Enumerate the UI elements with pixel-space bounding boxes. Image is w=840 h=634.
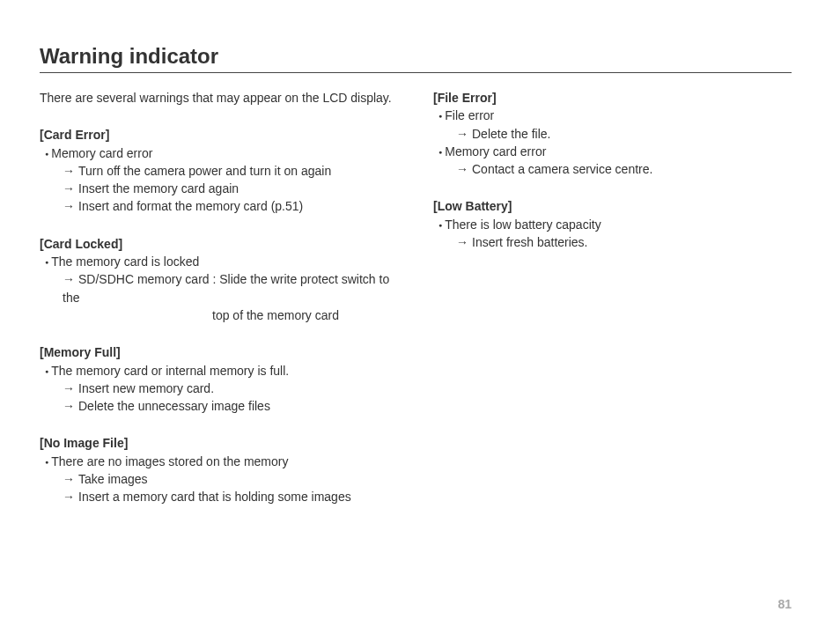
right-column: [File Error] File error Delete the file.… — [433, 89, 792, 506]
bullet-text: Memory card error — [51, 146, 152, 160]
arrow-icon — [63, 490, 78, 504]
arrow-item: Delete the unnecessary image files — [40, 397, 398, 415]
section-card-locked: [Card Locked] The memory card is locked … — [40, 235, 398, 324]
arrow-text: Take images — [78, 472, 148, 486]
arrow-icon — [63, 399, 78, 413]
bullet-text: The memory card or internal memory is fu… — [51, 364, 289, 378]
arrow-icon — [456, 235, 472, 249]
arrow-item: Insert and format the memory card (p.51) — [40, 197, 398, 215]
arrow-text: Delete the unnecessary image files — [78, 399, 270, 413]
arrow-icon — [63, 164, 78, 178]
arrow-icon — [456, 127, 472, 141]
arrow-text: Insert and format the memory card (p.51) — [78, 199, 303, 213]
bullet-item: Memory card error — [40, 144, 398, 162]
arrow-item: Insert the memory card again — [40, 180, 398, 197]
arrow-text: Contact a camera service centre. — [472, 162, 652, 176]
bullet-item: File error — [433, 107, 792, 124]
bullet-text: There is low battery capacity — [445, 217, 601, 232]
arrow-text: Turn off the camera power and turn it on… — [78, 164, 331, 178]
section-no-image-file: [No Image File] There are no images stor… — [40, 434, 398, 505]
bullet-item: There is low battery capacity — [433, 216, 792, 233]
arrow-item: Delete the file. — [433, 125, 792, 143]
arrow-text: Insert the memory card again — [78, 181, 239, 195]
intro-text: There are several warnings that may appe… — [40, 89, 398, 107]
title-rule — [40, 72, 792, 73]
arrow-item: Turn off the camera power and turn it on… — [40, 162, 398, 180]
page-title: Warning indicator — [40, 44, 792, 69]
arrow-text: Delete the file. — [472, 127, 551, 141]
arrow-item: Take images — [40, 470, 398, 488]
arrow-item: SD/SDHC memory card : Slide the write pr… — [40, 270, 398, 306]
arrow-icon — [63, 381, 78, 395]
bullet-item: The memory card is locked — [40, 253, 398, 270]
manual-page: Warning indicator There are several warn… — [0, 0, 840, 634]
heading-no-image-file: [No Image File] — [40, 434, 398, 452]
page-number: 81 — [777, 597, 792, 611]
section-low-battery: [Low Battery] There is low battery capac… — [433, 197, 792, 251]
arrow-text: Insert fresh batteries. — [472, 235, 588, 249]
heading-low-battery: [Low Battery] — [433, 197, 792, 215]
heading-memory-full: [Memory Full] — [40, 343, 398, 361]
bullet-item: The memory card or internal memory is fu… — [40, 362, 398, 380]
bullet-text: Memory card error — [445, 144, 546, 158]
content-columns: There are several warnings that may appe… — [40, 89, 792, 506]
heading-card-error: [Card Error] — [40, 126, 398, 144]
bullet-text: There are no images stored on the memory — [51, 454, 288, 468]
heading-card-locked: [Card Locked] — [40, 235, 398, 253]
arrow-icon — [63, 472, 78, 486]
arrow-item: Insert fresh batteries. — [433, 233, 792, 251]
left-column: There are several warnings that may appe… — [40, 89, 398, 506]
bullet-item: Memory card error — [433, 143, 792, 160]
section-file-error: [File Error] File error Delete the file.… — [433, 89, 792, 178]
section-memory-full: [Memory Full] The memory card or interna… — [40, 343, 398, 415]
arrow-icon — [63, 199, 78, 213]
arrow-item: Contact a camera service centre. — [433, 160, 792, 178]
section-card-error: [Card Error] Memory card error Turn off … — [40, 126, 398, 215]
bullet-item: There are no images stored on the memory — [40, 453, 398, 470]
arrow-item: Insert new memory card. — [40, 380, 398, 397]
arrow-text: Insert a memory card that is holding som… — [78, 490, 351, 504]
bullet-text: File error — [445, 108, 494, 122]
arrow-item-continuation: top of the memory card — [40, 306, 398, 324]
arrow-icon — [456, 162, 472, 176]
arrow-icon — [63, 181, 78, 195]
bullet-text: The memory card is locked — [51, 254, 199, 269]
arrow-icon — [63, 272, 78, 286]
arrow-text: Insert new memory card. — [78, 381, 214, 395]
arrow-text: SD/SDHC memory card : Slide the write pr… — [63, 272, 389, 304]
heading-file-error: [File Error] — [433, 89, 792, 107]
arrow-item: Insert a memory card that is holding som… — [40, 488, 398, 505]
